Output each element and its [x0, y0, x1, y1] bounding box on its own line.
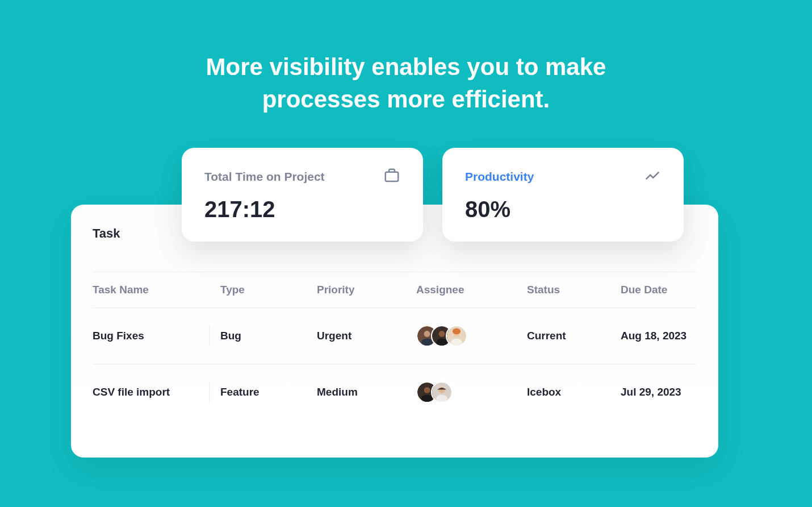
avatar — [446, 325, 467, 347]
productivity-label: Productivity — [465, 170, 534, 184]
column-header-assignee: Assignee — [416, 284, 527, 296]
task-due-date-cell: Jul 29, 2023 — [621, 386, 717, 398]
column-header-due-date: Due Date — [621, 284, 717, 296]
column-header-priority: Priority — [317, 284, 416, 296]
metric-cards-container: Total Time on Project 217:12 Productivit… — [182, 148, 684, 242]
productivity-value: 80% — [465, 197, 661, 222]
headline: More visibility enables you to make proc… — [150, 0, 662, 115]
task-priority-cell: Medium — [317, 386, 416, 398]
briefcase-icon — [383, 167, 400, 186]
svg-point-2 — [424, 331, 430, 337]
card-header: Productivity — [465, 167, 661, 186]
column-header-name: Task Name — [93, 284, 220, 296]
total-time-label: Total Time on Project — [204, 170, 325, 184]
column-header-status: Status — [527, 284, 621, 296]
svg-rect-0 — [386, 172, 399, 181]
avatar-stack — [416, 325, 527, 347]
productivity-card: Productivity 80% — [442, 148, 684, 242]
svg-point-12 — [424, 387, 430, 393]
svg-point-5 — [439, 331, 445, 337]
table-row[interactable]: CSV file import Feature Medium Icebox Ju… — [93, 364, 697, 420]
task-status-cell: Icebox — [527, 386, 621, 398]
task-panel: Task Task Name Type Priority Assignee St… — [71, 205, 718, 458]
table-row[interactable]: Bug Fixes Bug Urgent Current Aug 18, 202… — [93, 308, 697, 364]
card-header: Total Time on Project — [204, 167, 400, 186]
task-priority-cell: Urgent — [317, 330, 416, 342]
avatar-stack — [416, 381, 527, 403]
avatar — [431, 381, 453, 403]
task-table-header: Task Name Type Priority Assignee Status … — [93, 272, 697, 308]
task-due-date-cell: Aug 18, 2023 — [621, 330, 717, 342]
task-assignee-cell — [416, 325, 527, 347]
task-name-cell: CSV file import — [93, 386, 220, 398]
total-time-value: 217:12 — [204, 197, 400, 222]
task-type-cell: Bug — [220, 330, 317, 342]
svg-point-9 — [453, 329, 461, 335]
task-assignee-cell — [416, 381, 527, 403]
total-time-card: Total Time on Project 217:12 — [182, 148, 423, 242]
task-status-cell: Current — [527, 330, 621, 342]
column-header-type: Type — [220, 284, 317, 296]
trend-up-icon — [644, 167, 661, 186]
task-name-cell: Bug Fixes — [93, 330, 220, 342]
task-type-cell: Feature — [220, 386, 317, 398]
